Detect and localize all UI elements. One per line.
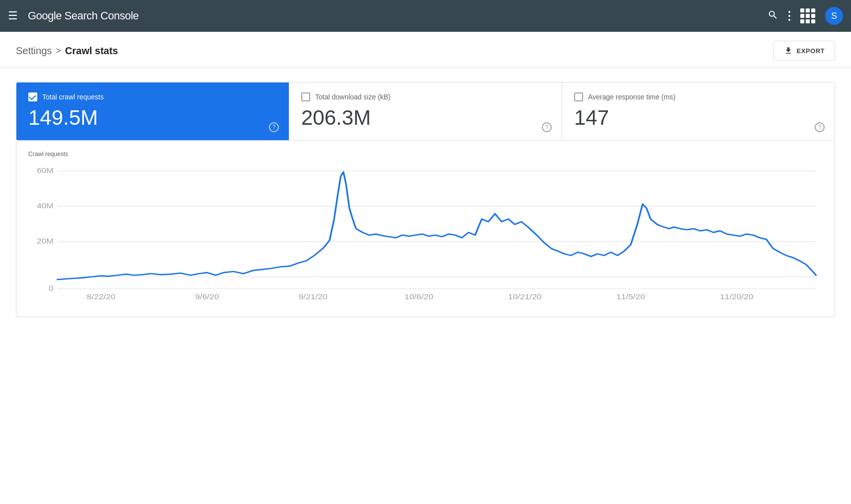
metric-value-crawl: 149.5M <box>28 107 277 128</box>
breadcrumb-bar: Settings > Crawl stats EXPORT <box>0 32 851 68</box>
breadcrumb-settings[interactable]: Settings <box>16 45 52 57</box>
metric-card-crawl-requests[interactable]: Total crawl requests 149.5M ? <box>16 83 289 140</box>
header-right: S <box>767 7 843 25</box>
metric-header-download: Total download size (kB) <box>301 92 550 101</box>
chart-container: Crawl requests 60M 40M 20M 0 8/22/20 9/6… <box>16 141 835 317</box>
chart-area: 60M 40M 20M 0 8/22/20 9/6/20 9/21/20 10/… <box>28 166 823 305</box>
export-button[interactable]: EXPORT <box>773 41 835 61</box>
metric-checkbox-crawl[interactable] <box>28 92 37 101</box>
header-left: ☰ Google Search Console <box>8 9 139 22</box>
breadcrumb-separator: > <box>56 46 61 56</box>
svg-text:11/20/20: 11/20/20 <box>720 293 754 301</box>
metric-label-response: Average response time (ms) <box>588 93 676 101</box>
metric-label-download: Total download size (kB) <box>315 93 391 101</box>
svg-text:8/22/20: 8/22/20 <box>87 293 116 301</box>
svg-text:10/21/20: 10/21/20 <box>508 293 542 301</box>
svg-text:11/5/20: 11/5/20 <box>616 293 645 301</box>
user-avatar[interactable]: S <box>825 7 843 25</box>
metrics-row: Total crawl requests 149.5M ? Total down… <box>16 82 835 141</box>
app-title-rest: Search Console <box>62 9 139 22</box>
svg-text:60M: 60M <box>37 167 54 174</box>
main-content: Total crawl requests 149.5M ? Total down… <box>0 68 851 331</box>
svg-text:40M: 40M <box>37 202 54 210</box>
svg-text:0: 0 <box>49 285 54 292</box>
search-icon[interactable] <box>767 9 778 23</box>
metric-header-crawl: Total crawl requests <box>28 92 277 101</box>
more-options-icon[interactable] <box>788 11 790 21</box>
chart-svg: 60M 40M 20M 0 8/22/20 9/6/20 9/21/20 10/… <box>28 166 823 305</box>
app-header: ☰ Google Search Console S <box>0 0 851 32</box>
svg-text:9/21/20: 9/21/20 <box>299 293 328 301</box>
download-icon <box>784 46 793 55</box>
export-label: EXPORT <box>797 47 825 55</box>
metric-header-response: Average response time (ms) <box>574 92 823 101</box>
menu-icon[interactable]: ☰ <box>8 10 18 21</box>
apps-icon[interactable] <box>800 8 815 23</box>
metric-card-response-time[interactable]: Average response time (ms) 147 ? <box>562 83 835 140</box>
app-title-google: Google <box>28 9 62 22</box>
metric-value-response: 147 <box>574 107 823 128</box>
metric-card-download-size[interactable]: Total download size (kB) 206.3M ? <box>289 83 562 140</box>
metric-label-crawl: Total crawl requests <box>42 93 104 101</box>
breadcrumb: Settings > Crawl stats <box>16 45 118 57</box>
app-title: Google Search Console <box>28 9 139 22</box>
svg-text:20M: 20M <box>37 238 54 245</box>
metric-help-response[interactable]: ? <box>815 122 825 132</box>
metric-value-download: 206.3M <box>301 107 550 128</box>
metric-checkbox-download[interactable] <box>301 92 310 101</box>
breadcrumb-current: Crawl stats <box>65 45 118 57</box>
metric-help-crawl[interactable]: ? <box>269 122 279 132</box>
svg-text:10/6/20: 10/6/20 <box>405 293 433 301</box>
svg-text:9/6/20: 9/6/20 <box>195 293 219 301</box>
chart-title: Crawl requests <box>28 151 823 158</box>
metric-help-download[interactable]: ? <box>542 122 552 132</box>
metric-checkbox-response[interactable] <box>574 92 583 101</box>
